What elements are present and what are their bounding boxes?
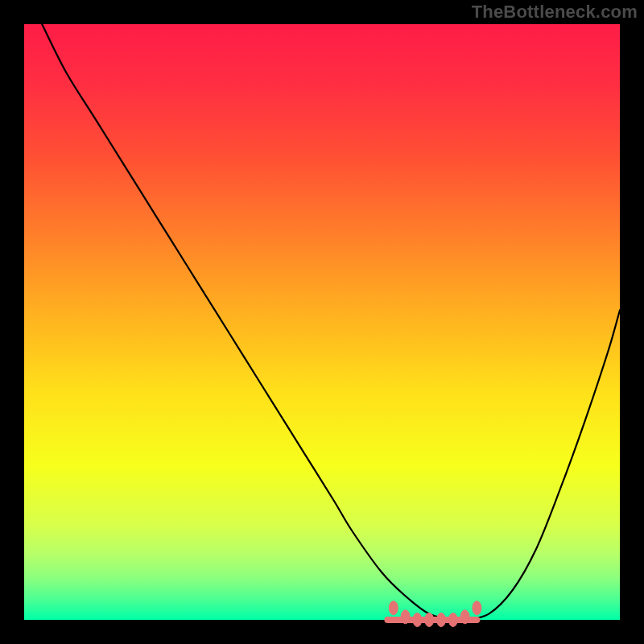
optimal-marker (425, 613, 434, 627)
optimal-marker (448, 613, 457, 627)
optimal-marker (473, 601, 481, 615)
watermark-label: TheBottleneck.com (472, 2, 638, 23)
plot-background (24, 24, 620, 620)
optimal-marker (401, 610, 410, 624)
chart-stage: TheBottleneck.com (0, 0, 644, 644)
optimal-marker (460, 610, 469, 624)
optimal-marker (389, 601, 398, 615)
bottleneck-chart (0, 0, 644, 644)
optimal-marker (437, 613, 446, 627)
optimal-marker (413, 613, 422, 627)
